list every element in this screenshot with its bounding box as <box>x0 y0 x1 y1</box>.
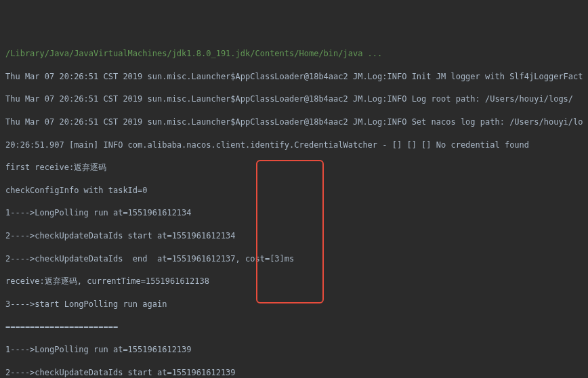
log-line: 2---->checkUpdateDataIds start at=155196… <box>5 367 583 379</box>
log-line: Thu Mar 07 20:26:51 CST 2019 sun.misc.La… <box>5 117 583 128</box>
log-separator: ======================= <box>5 321 583 333</box>
log-line: Thu Mar 07 20:26:51 CST 2019 sun.misc.La… <box>5 71 583 83</box>
log-line: first receive:返弃逐码 <box>5 162 583 173</box>
log-line: 2---->checkUpdateDataIds end at=15519616… <box>5 253 583 265</box>
log-line: 3---->start LongPolling run again <box>5 299 583 310</box>
java-command-path: /Library/Java/JavaVirtualMachines/jdk1.8… <box>5 48 583 60</box>
log-line: receive:返弃逐码, currentTime=1551961612138 <box>5 276 583 287</box>
log-line: 2---->checkUpdateDataIds start at=155196… <box>5 230 583 242</box>
log-line: checkConfigInfo with taskId=0 <box>5 185 583 196</box>
log-line: 20:26:51.907 [main] INFO com.alibaba.nac… <box>5 140 583 151</box>
log-line: 1---->LongPolling run at=1551961612139 <box>5 344 583 356</box>
log-line: 1---->LongPolling run at=1551961612134 <box>5 207 583 219</box>
log-line: Thu Mar 07 20:26:51 CST 2019 sun.misc.La… <box>5 93 583 105</box>
